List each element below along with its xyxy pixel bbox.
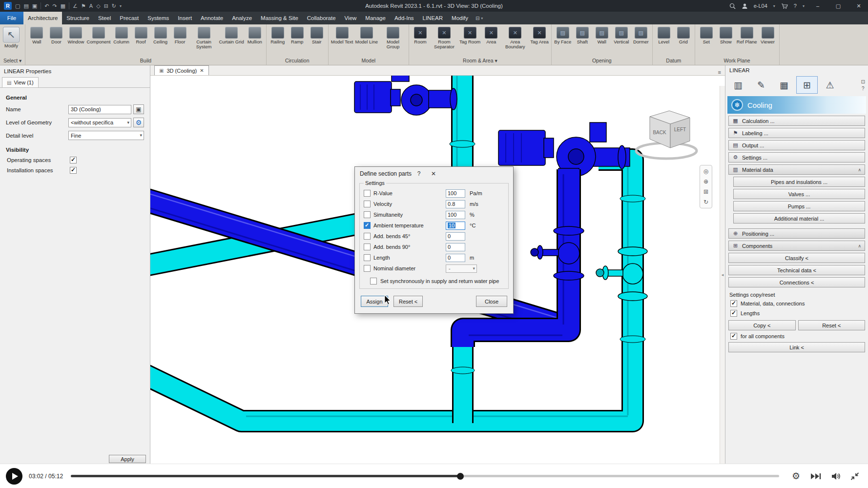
ribbon-button-show[interactable]: Show <box>716 25 736 44</box>
ribbon-button-room[interactable]: Room <box>411 25 430 44</box>
help-dropdown-icon[interactable]: ▾ <box>803 4 805 8</box>
viewcube-back-label[interactable]: BACK <box>653 130 666 135</box>
apply-button[interactable]: Apply <box>109 455 146 463</box>
operating-spaces-checkbox[interactable] <box>70 157 77 163</box>
output-button[interactable]: ▤Output ... <box>728 140 865 150</box>
ribbon-button-area-boundary[interactable]: Area Boundary <box>501 25 529 50</box>
ribbon-button-ceiling[interactable]: Ceiling <box>151 25 170 44</box>
calculation-overview-icon[interactable]: ▥ <box>727 76 749 94</box>
playback-speed-icon[interactable] <box>810 472 821 480</box>
section-icon[interactable]: ⊟ <box>104 0 108 12</box>
3d-view-icon[interactable]: ◇ <box>96 0 100 12</box>
tab-modify[interactable]: Modify <box>447 12 473 24</box>
steering-wheel-icon[interactable]: ◎ <box>703 168 708 175</box>
simultaneity-checkbox[interactable] <box>364 211 371 218</box>
ribbon-button-tag-area[interactable]: Tag Area <box>529 25 550 44</box>
account-dropdown-icon[interactable]: ▾ <box>773 4 775 8</box>
viewcube-left-label[interactable]: LEFT <box>674 127 686 132</box>
bends-45-checkbox[interactable] <box>364 233 371 240</box>
ribbon-button-wall[interactable]: Wall <box>27 25 46 44</box>
components-mode-icon[interactable]: ⊞ <box>796 76 818 94</box>
dialog-close-button[interactable]: Close <box>476 296 507 307</box>
material-data-connections-checkbox[interactable] <box>730 300 737 307</box>
ribbon-button-modify[interactable]: ↖ Modify <box>1 25 21 48</box>
dialog-help-icon[interactable]: ? <box>412 167 426 180</box>
tab-view-1[interactable]: ▤ View (1) <box>2 77 39 87</box>
ribbon-button-dormer[interactable]: Dormer <box>631 25 651 44</box>
reset-button[interactable]: Reset < <box>798 320 866 330</box>
restore-button[interactable]: ▢ <box>831 0 846 12</box>
for-all-components-checkbox[interactable] <box>730 333 737 340</box>
tab-massing-site[interactable]: Massing & Site <box>256 12 303 24</box>
copy-button[interactable]: Copy < <box>728 320 796 330</box>
orbit-icon[interactable]: ↻ <box>703 199 708 205</box>
sync-checkbox[interactable] <box>370 278 377 285</box>
additional-material-button[interactable]: Additional material ... <box>733 213 865 224</box>
view-tab-menu-icon[interactable]: ≡ <box>718 69 721 75</box>
ribbon-button-set[interactable]: Set <box>697 25 716 44</box>
view-tab-3d-cooling[interactable]: ▣ 3D (Cooling) ✕ <box>154 65 209 75</box>
technical-data-button[interactable]: Technical data < <box>728 265 865 275</box>
pumps-button[interactable]: Pumps ... <box>733 201 865 211</box>
ribbon-button-component[interactable]: Component <box>85 25 111 44</box>
ribbon-button-tag-room[interactable]: Tag Room <box>458 25 481 44</box>
ribbon-button-vertical[interactable]: Vertical <box>612 25 631 44</box>
components-header[interactable]: ⊞ Components ∧ <box>728 241 865 251</box>
account-name[interactable]: e-L04 <box>754 3 767 9</box>
calculation-button[interactable]: ▦Calculation ... <box>728 116 865 126</box>
tab-steel[interactable]: Steel <box>94 12 115 24</box>
ribbon-button-level[interactable]: Level <box>654 25 674 44</box>
velocity-input[interactable]: 0.8 <box>446 200 465 208</box>
search-icon[interactable] <box>729 3 736 9</box>
ambient-temperature-checkbox[interactable] <box>364 222 371 229</box>
panel-splitter[interactable]: ◂ <box>720 86 725 464</box>
labeling-button[interactable]: ⚑Labeling ... <box>728 128 865 138</box>
ribbon-state-toggle[interactable]: ⊟ ▾ <box>475 12 483 24</box>
print-icon[interactable]: ▦ <box>61 0 65 12</box>
ribbon-button-model-group[interactable]: Model Group <box>379 25 407 50</box>
ribbon-button-area[interactable]: Area <box>481 25 501 44</box>
help-icon[interactable]: ? <box>794 3 797 9</box>
simultaneity-input[interactable]: 100 <box>446 211 465 219</box>
connections-button[interactable]: Connections < <box>728 277 865 287</box>
tag-icon[interactable]: ⚑ <box>81 0 86 12</box>
tab-manage[interactable]: Manage <box>361 12 390 24</box>
ribbon-button-railing[interactable]: Railing <box>268 25 288 44</box>
ribbon-button-ramp[interactable]: Ramp <box>288 25 307 44</box>
fullscreen-toggle-icon[interactable] <box>850 472 859 480</box>
save-icon[interactable]: ▣ <box>32 0 37 12</box>
tab-structure[interactable]: Structure <box>62 12 94 24</box>
tab-view[interactable]: View <box>340 12 361 24</box>
geometry-dropdown[interactable]: <without specifica <box>68 118 131 127</box>
ribbon-button-roof[interactable]: Roof <box>131 25 151 44</box>
video-progress-handle[interactable] <box>457 473 464 480</box>
qat-dropdown-icon[interactable]: ▾ <box>120 4 122 8</box>
ribbon-button-stair[interactable]: Stair <box>307 25 327 44</box>
warnings-icon[interactable]: ⚠ <box>819 76 841 94</box>
panel-options-icon[interactable]: ⊡ <box>861 79 865 84</box>
ribbon-button-model-text[interactable]: Model Text <box>330 25 354 44</box>
tab-collaborate[interactable]: Collaborate <box>303 12 340 24</box>
viewcube[interactable]: BACK LEFT <box>631 106 704 165</box>
settings-button[interactable]: ⚙Settings ... <box>728 152 865 163</box>
tab-linear[interactable]: LINEAR <box>418 12 448 24</box>
ribbon-button-model-line[interactable]: Model Line <box>354 25 378 44</box>
tab-annotate[interactable]: Annotate <box>196 12 227 24</box>
valves-button[interactable]: Valves ... <box>733 189 865 199</box>
ribbon-button-grid[interactable]: Grid <box>674 25 693 44</box>
ribbon-button-door[interactable]: Door <box>46 25 66 44</box>
ribbon-button-shaft[interactable]: Shaft <box>573 25 592 44</box>
tab-insert[interactable]: Insert <box>173 12 196 24</box>
detail-level-dropdown[interactable]: Fine <box>68 131 144 140</box>
nominal-diameter-dropdown[interactable]: - <box>446 264 477 273</box>
r-value-input[interactable]: 100 <box>446 189 465 198</box>
undo-icon[interactable]: ↶ <box>44 0 49 12</box>
pan-icon[interactable]: ⊕ <box>703 178 708 185</box>
tab-analyze[interactable]: Analyze <box>227 12 256 24</box>
material-data-header[interactable]: ▥ Material data ∧ <box>728 164 865 175</box>
dialog-title-bar[interactable]: Define section parts ? ✕ <box>355 167 513 180</box>
associate-button[interactable]: ▣ <box>133 104 144 114</box>
group-label-room-area[interactable]: Room & Area ▾ <box>411 57 550 65</box>
tab-architecture[interactable]: Architecture <box>23 12 62 24</box>
bends-90-input[interactable]: 0 <box>446 243 465 251</box>
